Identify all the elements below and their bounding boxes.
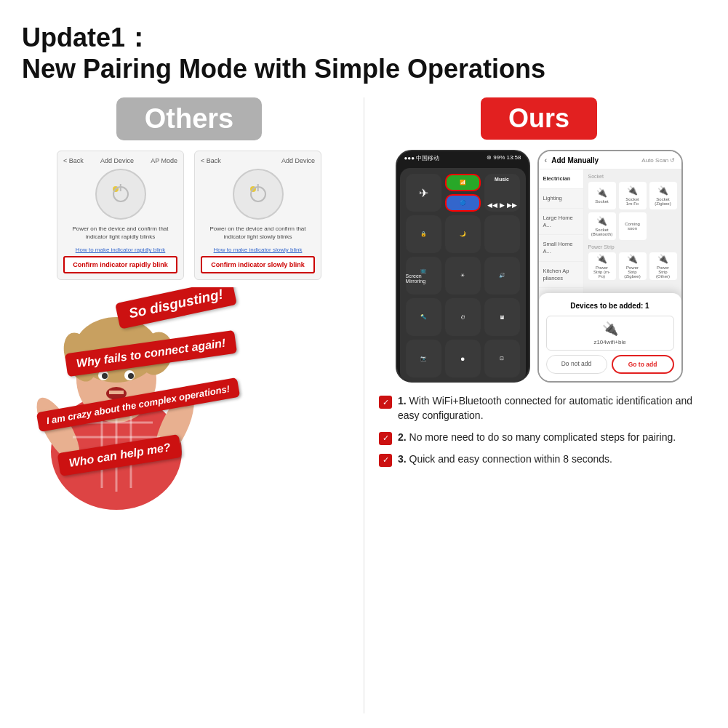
- card1-link[interactable]: How to make indicator rapidly blink: [63, 247, 177, 253]
- ios-camera-btn[interactable]: 📷: [406, 340, 441, 377]
- card2-back: < Back: [201, 157, 221, 164]
- ios-scan-btn[interactable]: ⊡: [484, 340, 520, 377]
- ios-timer-btn[interactable]: ⏱: [445, 298, 481, 336]
- svg-rect-11: [109, 391, 124, 394]
- go-to-add-btn[interactable]: Go to add: [612, 355, 674, 374]
- title-line2: New Pairing Mode with Simple Operations: [22, 53, 706, 84]
- bt-icon: 🔵: [460, 200, 466, 206]
- tuya-autoscan[interactable]: Auto Scan ↺: [641, 157, 675, 164]
- frustrated-area: So disgusting! Why fails to connect agai…: [22, 287, 356, 513]
- card2-header: < Back Add Device: [201, 157, 315, 164]
- ios-lock-btn[interactable]: 🔒: [406, 215, 441, 253]
- feature-text-3: 3. Quick and easy connection within 8 se…: [398, 452, 699, 467]
- tuya-nav-small-home[interactable]: Small Home A...: [539, 235, 583, 262]
- card1-title: Add Device: [100, 157, 134, 164]
- tuya-device-socket-zigbee[interactable]: 🔌 Socket (Zigbee): [649, 182, 677, 209]
- ios-bt-btn[interactable]: 🔵: [445, 194, 481, 212]
- card2-text: Power on the device and confirm that ind…: [201, 225, 315, 241]
- tuya-device-grid: 🔌 Socket 🔌 Socket 1m-Fo 🔌 Socket (Zigbe: [588, 182, 677, 240]
- card1-apmode: AP Mode: [151, 157, 177, 164]
- ios-torch-btn[interactable]: 🔦: [406, 298, 441, 336]
- power-strip-icon: 🔌: [596, 254, 607, 264]
- card1-header: < Back Add Device AP Mode: [63, 157, 177, 164]
- record-icon: ⏺: [460, 356, 465, 361]
- right-panel: Ours ●●● 中国移动 ⊛ 99% 13:58 ✈: [372, 97, 706, 713]
- calc-icon: 🖩: [500, 315, 505, 320]
- tuya-preview-icon: 🔌: [551, 321, 669, 337]
- svg-point-8: [102, 373, 108, 379]
- tuya-power-strip-3[interactable]: 🔌 Power Strip (Other): [649, 252, 677, 280]
- volume-icon: 🔊: [499, 273, 505, 279]
- timer-icon: ⏱: [460, 315, 465, 320]
- brightness-icon: ☀: [460, 273, 465, 279]
- tuya-nav-large-home[interactable]: Large Home A...: [539, 209, 583, 236]
- tuya-app-title: Add Manually: [551, 156, 599, 164]
- tuya-device-preview: 🔌 z104wifi+ble: [546, 316, 674, 351]
- tuya-device-socket[interactable]: 🔌 Socket: [588, 182, 616, 209]
- feature-text-2: 2. No more need to do so many complicate…: [398, 431, 699, 445]
- feature-item-2: ✓ 2. No more need to do so many complica…: [379, 431, 699, 445]
- ours-label: Ours: [508, 103, 569, 133]
- tuya-nav-lighting[interactable]: Lighting: [539, 189, 583, 209]
- tuya-nav-kitchen[interactable]: Kitchen Ap pliances: [539, 262, 583, 289]
- tuya-dialog-title: Devices to be added: 1: [546, 302, 674, 310]
- feature-item-1: ✓ 1. With WiFi+Bluetooth connected for a…: [379, 394, 699, 423]
- camera-icon: 📷: [420, 356, 427, 361]
- card2-link[interactable]: How to make indicator slowly blink: [201, 247, 315, 253]
- title-line1: Update1：: [22, 22, 706, 53]
- check-icon-3: ✓: [379, 454, 392, 467]
- ios-empty-btn: [484, 215, 520, 253]
- feature-list: ✓ 1. With WiFi+Bluetooth connected for a…: [372, 394, 706, 473]
- tuya-dialog-buttons: Do not add Go to add: [546, 355, 674, 374]
- ios-airplane-btn[interactable]: ✈: [406, 174, 441, 212]
- card1-back: < Back: [63, 157, 84, 164]
- ios-screen-mirror-btn[interactable]: 📺 Screen Mirroring: [406, 257, 441, 295]
- power-icon-1: [113, 186, 129, 202]
- moon-icon: 🌙: [460, 231, 466, 237]
- tuya-device-socket-1m[interactable]: 🔌 Socket 1m-Fo: [619, 182, 647, 209]
- tuya-device-socket-bt[interactable]: 🔌 Socket (Bluetooth): [588, 212, 616, 240]
- tuya-add-dialog: Devices to be added: 1 🔌 z104wifi+ble Do…: [539, 293, 681, 381]
- tuya-device-name: z104wifi+ble: [551, 339, 669, 345]
- tuya-header: ‹ Add Manually Auto Scan ↺: [539, 151, 681, 169]
- device-steps: < Back Add Device AP Mode Power on the d…: [22, 151, 356, 280]
- ios-status-bar: ●●● 中国移动 ⊛ 99% 13:58: [397, 151, 529, 165]
- ios-calc-btn[interactable]: 🖩: [484, 298, 520, 336]
- ios-brightness-btn[interactable]: ☀: [445, 257, 481, 295]
- ios-wifi-btn[interactable]: 📶: [445, 174, 481, 191]
- tuya-power-strip-1[interactable]: 🔌 Power Strip (m-Fo): [588, 252, 616, 280]
- device-card-1: < Back Add Device AP Mode Power on the d…: [57, 151, 184, 280]
- card1-confirm-btn[interactable]: Confirm indicator rapidly blink: [63, 256, 177, 273]
- tuya-power-strip-2[interactable]: 🔌 Power Strip (Zigbee): [619, 252, 647, 280]
- ios-moon-btn[interactable]: 🌙: [445, 215, 481, 253]
- lock-icon: 🔒: [420, 231, 427, 237]
- ios-volume-btn[interactable]: 🔊: [484, 257, 520, 295]
- device-circle-2: [233, 169, 284, 220]
- socket-bt-icon: 🔌: [596, 216, 607, 226]
- svg-point-9: [128, 373, 134, 379]
- tuya-nav-electrician[interactable]: Electrician: [539, 169, 583, 189]
- tuya-back-btn[interactable]: ‹: [545, 156, 548, 164]
- tuya-socket-label: Socket: [588, 174, 677, 179]
- socket-1m-icon: 🔌: [627, 185, 638, 196]
- card2-confirm-btn[interactable]: Confirm indicator slowly blink: [201, 256, 315, 273]
- power-strip-zigbee-icon: 🔌: [627, 254, 638, 264]
- device-circle-1: [95, 169, 146, 220]
- tuya-device-coming-soon: Coming soon: [619, 212, 647, 240]
- screen-mirror-icon: 📺: [420, 268, 427, 273]
- ios-music-btn[interactable]: Music ◀◀ ▶ ▶▶: [484, 174, 520, 212]
- check-icon-2: ✓: [379, 432, 392, 445]
- feature-text-1: 1. With WiFi+Bluetooth connected for aut…: [398, 394, 699, 423]
- ios-record-btn[interactable]: ⏺: [445, 340, 481, 377]
- device-card-2: < Back Add Device Power on the device an…: [194, 151, 321, 280]
- ios-phone: ●●● 中国移动 ⊛ 99% 13:58 ✈ 📶: [396, 150, 530, 383]
- ios-grid: ✈ 📶 🔵 Music: [406, 174, 520, 377]
- tuya-power-strip-label: Power Strip: [588, 244, 677, 249]
- others-label: Others: [145, 103, 233, 134]
- wifi-icon: 📶: [460, 180, 466, 185]
- socket-zigbee-icon: 🔌: [657, 185, 668, 196]
- power-strip-other-icon: 🔌: [657, 254, 668, 264]
- do-not-add-btn[interactable]: Do not add: [546, 355, 607, 374]
- torch-icon: 🔦: [420, 314, 427, 320]
- airplane-icon: ✈: [419, 186, 428, 200]
